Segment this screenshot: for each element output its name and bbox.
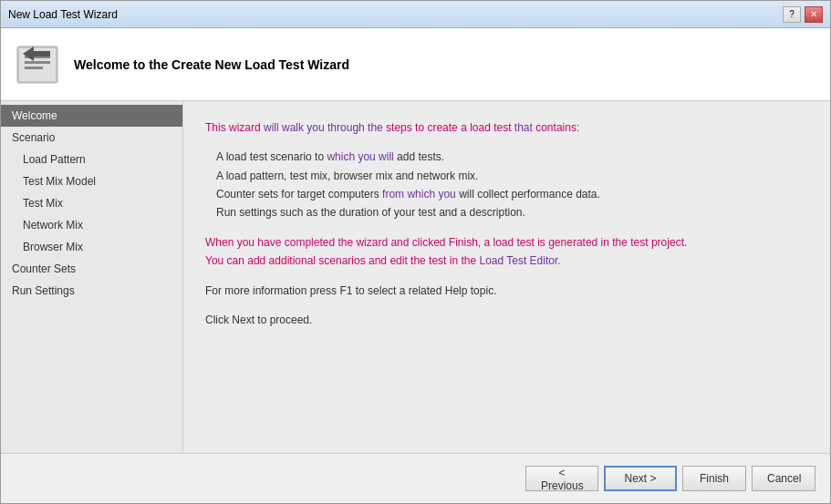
footer-area: < Previous Next > Finish Cancel	[1, 453, 830, 503]
intro-text-2: steps to create a load test	[383, 121, 514, 134]
content-intro: This wizard will walk you through the st…	[205, 119, 808, 137]
sidebar-item-scenario[interactable]: Scenario	[1, 127, 182, 149]
sidebar-item-welcome[interactable]: Welcome	[1, 105, 182, 127]
title-bar: New Load Test Wizard ? ✕	[1, 1, 830, 28]
content-list: A load test scenario to which you will a…	[216, 148, 808, 222]
header-area: Welcome to the Create New Load Test Wiza…	[1, 28, 830, 101]
main-window: New Load Test Wizard ? ✕ Welcome to the …	[0, 0, 831, 504]
content-paragraph-3: Click Next to proceed.	[205, 311, 808, 329]
list-item-2: A load pattern, test mix, browser mix an…	[216, 167, 808, 185]
main-area: Welcome Scenario Load Pattern Test Mix M…	[1, 101, 830, 453]
intro-text-3: contains:	[533, 121, 579, 134]
close-button[interactable]: ✕	[805, 6, 823, 23]
svg-rect-4	[25, 67, 43, 69]
help-button[interactable]: ?	[783, 6, 801, 23]
sidebar: Welcome Scenario Load Pattern Test Mix M…	[1, 101, 183, 453]
window-title: New Load Test Wizard	[8, 8, 783, 21]
finish-button[interactable]: Finish	[682, 466, 746, 491]
title-bar-controls: ? ✕	[783, 6, 823, 23]
content-area: This wizard will walk you through the st…	[183, 101, 830, 453]
previous-button[interactable]: < Previous	[525, 466, 598, 491]
sidebar-item-load-pattern[interactable]: Load Pattern	[1, 149, 182, 170]
intro-text-1: This wizard	[205, 121, 264, 134]
content-paragraph-1: When you have completed the wizard and c…	[205, 233, 808, 271]
header-title: Welcome to the Create New Load Test Wiza…	[74, 57, 349, 72]
list-item-4: Run settings such as the duration of you…	[216, 203, 808, 221]
sidebar-item-counter-sets[interactable]: Counter Sets	[1, 258, 182, 280]
sidebar-item-test-mix-model[interactable]: Test Mix Model	[1, 170, 182, 192]
list-item-3: Counter sets for target computers from w…	[216, 185, 808, 203]
content-paragraph-2: For more information press F1 to select …	[205, 282, 808, 300]
list-item-1: A load test scenario to which you will a…	[216, 148, 808, 166]
sidebar-item-browser-mix[interactable]: Browser Mix	[1, 236, 182, 258]
sidebar-item-network-mix[interactable]: Network Mix	[1, 214, 182, 236]
intro-highlight-2: that	[514, 121, 533, 134]
intro-highlight-1: will walk you through the	[264, 121, 383, 134]
svg-rect-3	[25, 61, 50, 64]
sidebar-item-run-settings[interactable]: Run Settings	[1, 280, 182, 302]
wizard-icon	[16, 43, 59, 87]
next-button[interactable]: Next >	[604, 466, 677, 491]
cancel-button[interactable]: Cancel	[752, 466, 815, 491]
sidebar-item-test-mix[interactable]: Test Mix	[1, 192, 182, 214]
